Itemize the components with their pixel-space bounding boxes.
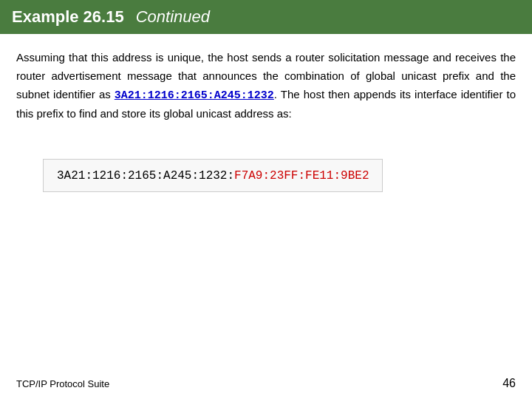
body-paragraph: Assuming that this address is unique, th… <box>16 49 516 123</box>
slide-footer: TCP/IP Protocol Suite 46 <box>16 377 516 390</box>
code-display-box: 3A21:1216:2165:A245:1232:F7A9:23FF:FE11:… <box>43 159 383 192</box>
code-part1: 3A21:1216:2165:A245:1232: <box>57 169 234 183</box>
slide-header: Example 26.15 Continued <box>0 0 532 34</box>
code-part2: F7A9:23FF:FE11:9BE2 <box>234 169 369 183</box>
slide-content: Assuming that this address is unique, th… <box>0 34 532 192</box>
slide-number: 46 <box>502 377 516 390</box>
slide-title: Example 26.15 <box>12 7 124 27</box>
highlighted-address: 3A21:1216:2165:A245:1232 <box>115 89 274 102</box>
slide-subtitle: Continued <box>136 7 210 27</box>
footer-label: TCP/IP Protocol Suite <box>16 378 109 389</box>
